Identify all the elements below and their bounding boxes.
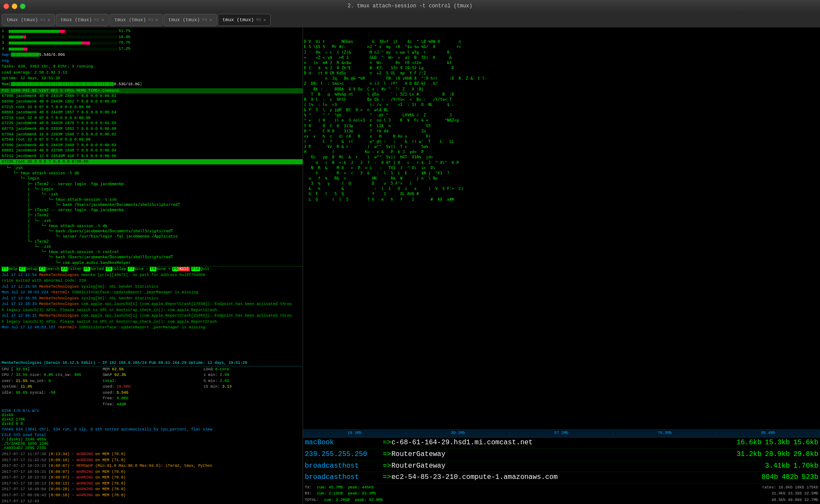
network-bar: 19.1Mb 30.1Mb 57.2Mb 76.3Mb 95.4Mb [303,429,820,437]
process-tree: └─ -zsh └─ tmux attach-session -t db └─ … [0,164,303,266]
cpu-row-3: 3 76.7% [2,40,301,46]
tab-3-shortcut: ⌘3 [148,17,153,22]
log-row: Mon Jul 12 30:53.224 <kernel> IO80211Int… [2,290,301,296]
tab-5-label: tmux (tmux) [223,17,254,22]
menu-f4[interactable]: F4Filter [61,267,81,271]
table-row: 67215 root 32 0 0? 0 ? 0.0 0.0 0:00.00 [0,105,303,110]
process-list: 67986 jacobmenk 40 0 2441M 2860 ? 0.0 0.… [0,93,303,164]
close-button[interactable] [3,3,9,9]
maximize-button[interactable] [20,3,26,9]
log-row: rvice exited with abnormal code: 239 [2,278,301,284]
tab-3[interactable]: tmux (tmux) ⌘3 ✕ [110,14,163,26]
table-row: 67364 jacobmenk 16 0 2393M 1848 ? 0.0 0.… [0,132,303,138]
table-row: 67225 jacobmenk 40 0 2441M 2876 ? 0.0 0.… [0,121,303,126]
table-row: 68773 jacobmenk 40 0 2393M 1852 ? 0.0 0.… [0,126,303,132]
net-bar-3: 57.2Mb [510,431,613,435]
cpu-bar-1 [9,30,117,33]
net-bar-4: 76.3Mb [613,431,717,435]
warn-row: 2017-07-17 10:23:23 (0:08:07) - MEMSWAP … [2,463,301,469]
time-display: 2017-07-17 12:43 [0,499,303,504]
warn-row: 2017-07-17 09:58:43 (0:08:18) - WARNING … [2,493,301,499]
cpu-monitor: 1 51.7% 2 16.6% 3 [0,28,303,88]
warn-row: 2017-07-17 10:22:53 (0:08:07) - WARNING … [2,475,301,481]
mem-stats: MEM 62.5% SWAP 92.3% total: used: 10.00G… [101,366,202,408]
tab-1[interactable]: tmux (tmux) ⌘1 ✕ [2,14,55,26]
tab-2-shortcut: ⌘2 [94,17,99,22]
glances-header: MenkeTechnologies (Darwin 10.12.5 64bit)… [0,360,303,366]
table-row: 68356 jacobmenk 40 0 2443M 1852 ? 0.0 0.… [0,99,303,105]
log-row: Jul 17 12:39:31 MenkeTechnologies com.ap… [2,313,301,319]
cpu-bars: 1 51.7% 2 16.6% 3 [2,29,301,51]
warn-row: 2017-07-17 11:37:36 (0:13:34) - WARNING … [2,452,301,458]
table-row: 68803 jacobmenk 40 0 2443M 1857 ? 0.0 0.… [0,110,303,116]
table-row: 67986 jacobmenk 40 0 2441M 2860 ? 0.0 0.… [0,93,303,99]
log-row: Jul 17 12:22:54 MenkeTechnologies bmenke… [2,273,301,279]
warn-row: 2017-07-17 10:55:31 (0:08:07) - WARNING … [2,469,301,475]
warn-row: 2017-07-17 10:49:04 (0:09:28) - WARNING … [2,487,301,493]
warn-row: 2017-07-17 10:38:13 (0:08:13) - WARNING … [2,481,301,487]
cpu-row-4: 4 17.2% [2,46,301,52]
title-bar: 2. tmux attach-session -t control (tmux) [0,0,820,12]
tab-5-close[interactable]: ✕ [263,17,266,22]
cpu-row-2: 2 16.6% [2,35,301,40]
log-row: Jul 17 12:38:33 MenkeTechnologies com.ap… [2,302,301,308]
log-row: Jul 17 12:25:55 MenkeTechnologies syslog… [2,284,301,290]
bottom-menu: F1Help F2Setup F3Search F4Filter F5Sorte… [0,266,303,272]
network-row: broadcasthost => ec2-54-85-23-210.comput… [303,472,820,484]
process-header: PID USER PRI NI VIRT RES S CPUs MEM% TIM… [0,88,303,93]
log-row: h legacy launch(3) APIs. Please switch t… [2,319,301,325]
network-row: 239.255.255.250 => RouterGateway 31.2kb2… [303,449,820,461]
log-row: h legacy launch(3) APIs. Please switch t… [2,308,301,314]
rx-row: RX: cum: 2.16GB peak: 92.3Mb 31.9kb 33.3… [305,491,818,497]
cpu-stats: CPU [ 33.5%] CPU / 33.5% nice: 0.0% ctx_… [0,366,101,408]
net-bar-2: 30.1Mb [407,431,510,435]
traffic-lights [3,3,26,9]
menu-f9[interactable]: F9Kill [172,267,190,271]
total-row: TOTAL: cum: 2.20GB peak: 92.8Mb 48.5kb 4… [305,497,818,503]
tx-row: TX: cum: 45.7MB peak: 445kb rates: 16.6k… [305,485,818,491]
menu-f7[interactable]: F7Nice - [128,267,148,271]
table-row: 67212 jacobmenk 17 0 24540M 416 ? 0.0 0.… [0,154,303,159]
tab-2-close[interactable]: ✕ [101,17,104,22]
warn-row: 2017-07-17 11:42:52 (0:08:18) - WARNING … [2,458,301,464]
table-row: 67584 root 32 0 0? 0 ? 0.0 0.0 0:00.00 [0,137,303,143]
table-row: 67219 root 32 0 0? 0 ? 0.0 0.0 0:00.00 [0,116,303,121]
net-bar-5: 95.4Mb [717,431,820,435]
tab-5[interactable]: tmux (tmux) ⌘5 ✕ [218,14,271,26]
log-area: Jul 17 12:22:54 MenkeTechnologies bmenke… [0,272,303,360]
tab-4-label: tmux (tmux) [168,17,200,22]
file-sys: FILE SYS Used Total / (disk1) 214G 465G … [0,432,303,451]
table-row-selected[interactable]: 67225 root 32 0 0 0 ? 0.0 0.0 0:00.00 [0,159,303,165]
menu-f1[interactable]: F1Help [2,267,17,271]
tab-1-close[interactable]: ✕ [48,17,50,22]
menu-f10[interactable]: F10Quit [191,267,210,271]
menu-f5[interactable]: F5Sorted [84,267,104,271]
tab-4[interactable]: tmux (tmux) ⌘4 ✕ [164,14,217,26]
menu-f2[interactable]: F2Setup [19,267,37,271]
txrx-section: TX: cum: 45.7MB peak: 445kb rates: 16.6k… [303,484,820,504]
minimize-button[interactable] [12,3,17,9]
table-row: 67986 jacobmenk 40 0 2441M 2860 ? 0.0 0.… [0,143,303,148]
disk-section: DISK I/O R/s W/s disk0 disk2 170k disk4 … [0,408,303,427]
network-row: macBook => c-68-61-164-29.hsd1.mi.comcas… [303,437,820,449]
glances-stats: CPU [ 33.5%] CPU / 33.5% nice: 0.0% ctx_… [0,366,303,408]
load-stats: LOAD 8-core 1 min: 2.50 5 min: 2.92 15 m… [202,366,303,408]
tab-2[interactable]: tmux (tmux) ⌘2 ✕ [56,14,109,26]
network-row: broadcasthost => RouterGateway 3.41kb1.7… [303,461,820,472]
menu-f8[interactable]: F8Nice + [150,267,170,271]
log-row: Jul 17 12:35:55 MenkeTechnologies syslog… [2,296,301,302]
menu-f3[interactable]: F3Search [39,267,59,271]
tab-bar: tmux (tmux) ⌘1 ✕ tmux (tmux) ⌘2 ✕ tmux (… [0,12,820,28]
tab-3-close[interactable]: ✕ [155,17,158,22]
tab-5-shortcut: ⌘5 [256,17,261,22]
cpu-bar-2 [9,35,117,39]
tab-2-label: tmux (tmux) [61,17,92,22]
window-title: 2. tmux attach-session -t control (tmux) [348,3,472,9]
tab-1-label: tmux (tmux) [6,17,38,22]
tab-4-close[interactable]: ✕ [210,17,212,22]
warnings-section: 2017-07-17 11:37:36 (0:13:34) - WARNING … [0,451,303,499]
net-bar-1: 19.1Mb [303,431,407,435]
random-chars-display: D V Ui t NGGes G 30=f jl 4c ^ LB %0W 0 n… [303,28,820,429]
cpu-row-1: 1 51.7% [2,29,301,34]
menu-f6[interactable]: F6Collap [106,267,126,271]
